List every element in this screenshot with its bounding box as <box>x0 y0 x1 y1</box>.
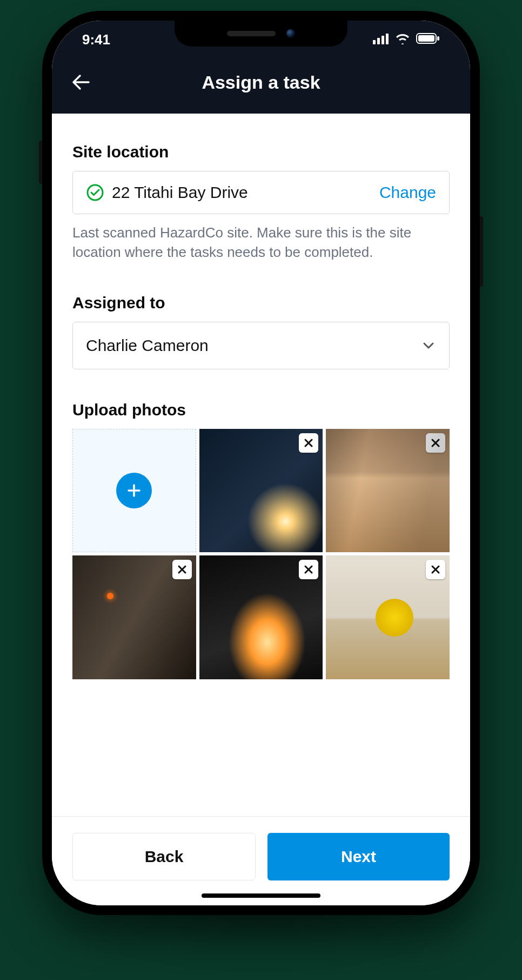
photo-thumbnail[interactable] <box>326 555 450 679</box>
close-icon <box>303 438 314 448</box>
svg-rect-0 <box>373 40 376 44</box>
back-button[interactable] <box>70 71 92 93</box>
home-indicator[interactable] <box>202 893 320 898</box>
svg-rect-5 <box>418 35 434 42</box>
remove-photo-button[interactable] <box>299 433 318 453</box>
close-icon <box>177 564 188 575</box>
status-time: 9:41 <box>82 31 110 48</box>
assigned-to-label: Assigned to <box>72 294 450 312</box>
photo-grid <box>72 429 450 679</box>
next-button[interactable]: Next <box>267 833 450 880</box>
remove-photo-button[interactable] <box>172 560 192 579</box>
change-location-link[interactable]: Change <box>379 183 436 202</box>
site-location-helper: Last scanned HazardCo site. Make sure th… <box>72 223 450 262</box>
assigned-to-select[interactable]: Charlie Cameron <box>72 322 450 369</box>
assigned-to-value: Charlie Cameron <box>86 336 209 355</box>
header: Assign a task <box>52 58 470 114</box>
site-location-label: Site location <box>72 143 450 161</box>
remove-photo-button[interactable] <box>426 433 445 453</box>
photo-thumbnail[interactable] <box>72 555 196 679</box>
photo-thumbnail[interactable] <box>199 429 323 553</box>
check-circle-icon <box>86 183 104 202</box>
battery-icon <box>416 31 440 48</box>
back-button-footer[interactable]: Back <box>72 833 256 880</box>
content: Site location 22 Titahi Bay Drive Change… <box>52 114 470 816</box>
back-button-label: Back <box>145 847 184 866</box>
photo-thumbnail[interactable] <box>326 429 450 553</box>
screen: 9:41 Assign a task Site location <box>52 21 470 905</box>
notch <box>175 21 347 47</box>
close-icon <box>430 438 441 448</box>
site-location-value: 22 Titahi Bay Drive <box>112 183 372 202</box>
cellular-icon <box>373 31 389 48</box>
upload-photos-label: Upload photos <box>72 401 450 419</box>
chevron-down-icon <box>421 338 436 353</box>
add-photo-button[interactable] <box>72 429 196 553</box>
arrow-left-icon <box>71 72 91 92</box>
page-title: Assign a task <box>52 72 470 93</box>
photo-thumbnail[interactable] <box>199 555 323 679</box>
next-button-label: Next <box>341 847 376 866</box>
close-icon <box>303 564 314 575</box>
plus-icon <box>116 473 152 508</box>
remove-photo-button[interactable] <box>426 560 445 579</box>
svg-rect-1 <box>377 38 380 44</box>
close-icon <box>430 564 441 575</box>
phone-frame: 9:41 Assign a task Site location <box>42 11 480 915</box>
footer: Back Next <box>52 816 470 905</box>
svg-rect-3 <box>386 34 389 44</box>
remove-photo-button[interactable] <box>299 560 318 579</box>
svg-rect-6 <box>437 36 439 41</box>
svg-rect-2 <box>382 36 384 44</box>
site-location-field: 22 Titahi Bay Drive Change <box>72 171 450 214</box>
wifi-icon <box>394 31 411 48</box>
